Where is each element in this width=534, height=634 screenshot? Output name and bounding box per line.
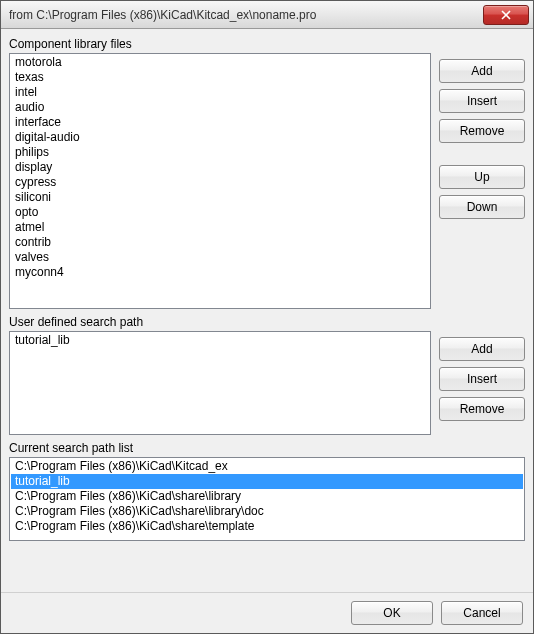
dialog-footer: OK Cancel <box>1 592 533 633</box>
current-search-path-section: Current search path list C:\Program File… <box>9 441 525 541</box>
remove-button[interactable]: Remove <box>439 119 525 143</box>
list-item[interactable]: valves <box>11 250 429 265</box>
list-item[interactable]: tutorial_lib <box>11 333 429 348</box>
close-icon <box>501 10 511 20</box>
list-item[interactable]: myconn4 <box>11 265 429 280</box>
insert-button[interactable]: Insert <box>439 89 525 113</box>
component-library-buttons: Add Insert Remove Up Down <box>439 37 525 219</box>
list-item[interactable]: atmel <box>11 220 429 235</box>
list-item[interactable]: tutorial_lib <box>11 474 523 489</box>
window-title: from C:\Program Files (x86)\KiCad\Kitcad… <box>9 8 483 22</box>
list-item[interactable]: interface <box>11 115 429 130</box>
titlebar[interactable]: from C:\Program Files (x86)\KiCad\Kitcad… <box>1 1 533 29</box>
user-search-path-list[interactable]: tutorial_lib <box>9 331 431 435</box>
component-library-label: Component library files <box>9 37 431 51</box>
list-item[interactable]: motorola <box>11 55 429 70</box>
list-item[interactable]: C:\Program Files (x86)\KiCad\share\templ… <box>11 519 523 534</box>
up-button[interactable]: Up <box>439 165 525 189</box>
current-search-path-label: Current search path list <box>9 441 525 455</box>
current-search-path-list[interactable]: C:\Program Files (x86)\KiCad\Kitcad_extu… <box>9 457 525 541</box>
ok-button[interactable]: OK <box>351 601 433 625</box>
list-item[interactable]: audio <box>11 100 429 115</box>
client-area: Component library files motorolatexasint… <box>1 29 533 592</box>
add-button[interactable]: Add <box>439 337 525 361</box>
list-item[interactable]: cypress <box>11 175 429 190</box>
list-item[interactable]: texas <box>11 70 429 85</box>
list-item[interactable]: philips <box>11 145 429 160</box>
down-button[interactable]: Down <box>439 195 525 219</box>
list-item[interactable]: C:\Program Files (x86)\KiCad\share\libra… <box>11 489 523 504</box>
list-item[interactable]: display <box>11 160 429 175</box>
list-item[interactable]: intel <box>11 85 429 100</box>
list-item[interactable]: C:\Program Files (x86)\KiCad\share\libra… <box>11 504 523 519</box>
cancel-button[interactable]: Cancel <box>441 601 523 625</box>
dialog-window: from C:\Program Files (x86)\KiCad\Kitcad… <box>0 0 534 634</box>
list-item[interactable]: C:\Program Files (x86)\KiCad\Kitcad_ex <box>11 459 523 474</box>
remove-button[interactable]: Remove <box>439 397 525 421</box>
user-search-path-label: User defined search path <box>9 315 431 329</box>
user-search-path-buttons: Add Insert Remove <box>439 315 525 421</box>
user-search-path-section: User defined search path tutorial_lib Ad… <box>9 315 525 435</box>
component-library-list[interactable]: motorolatexasintelaudiointerfacedigital-… <box>9 53 431 309</box>
list-item[interactable]: digital-audio <box>11 130 429 145</box>
component-library-section: Component library files motorolatexasint… <box>9 37 525 309</box>
close-button[interactable] <box>483 5 529 25</box>
list-item[interactable]: contrib <box>11 235 429 250</box>
list-item[interactable]: opto <box>11 205 429 220</box>
insert-button[interactable]: Insert <box>439 367 525 391</box>
list-item[interactable]: siliconi <box>11 190 429 205</box>
add-button[interactable]: Add <box>439 59 525 83</box>
